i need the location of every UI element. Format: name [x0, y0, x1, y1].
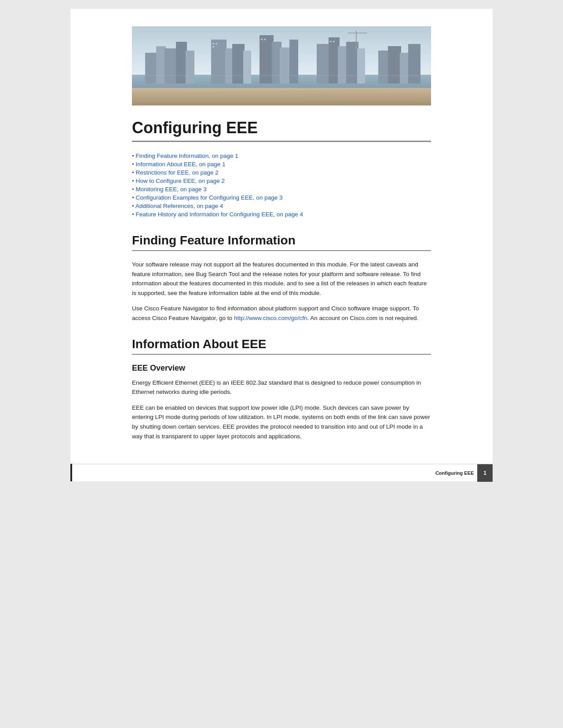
finding-feature-text-after-link: . An account on Cisco.com is not require… — [307, 315, 418, 321]
section-finding-feature: Finding Feature Information Your softwar… — [132, 233, 431, 323]
toc-item: Finding Feature Information, on page 1 — [132, 153, 431, 159]
svg-rect-6 — [176, 42, 187, 84]
svg-rect-29 — [264, 39, 266, 40]
svg-rect-28 — [261, 39, 263, 40]
svg-rect-16 — [317, 44, 330, 84]
toc-item: Additional References, on page 4 — [132, 203, 431, 209]
svg-rect-21 — [378, 51, 389, 84]
toc-item: Monitoring EEE, on page 3 — [132, 186, 431, 193]
toc-link-additional-refs[interactable]: Additional References, on page 4 — [135, 203, 223, 209]
section-heading-info-about-eee: Information About EEE — [132, 337, 431, 351]
section-heading-finding-feature: Finding Feature Information — [132, 233, 431, 248]
finding-feature-paragraph-2: Use Cisco Feature Navigator to find info… — [132, 304, 431, 323]
eee-overview-paragraph-2: EEE can be enabled on devices that suppo… — [132, 403, 431, 441]
footer-left-accent — [70, 464, 72, 481]
svg-rect-20 — [357, 48, 365, 84]
svg-rect-24 — [408, 44, 420, 84]
toc-list: Finding Feature Information, on page 1 I… — [132, 153, 431, 218]
svg-rect-10 — [232, 44, 245, 84]
footer-label: Configuring EEE — [435, 470, 474, 476]
svg-rect-3 — [145, 53, 157, 84]
svg-rect-4 — [156, 46, 166, 84]
toc-item: Feature History and Information for Conf… — [132, 211, 431, 218]
page-main-content: Configuring EEE Finding Feature Informat… — [70, 119, 493, 441]
finding-feature-paragraph-1: Your software release may not support al… — [132, 260, 431, 298]
cisco-feature-navigator-link[interactable]: http://www.cisco.com/go/cfn — [234, 315, 307, 321]
svg-rect-22 — [388, 46, 401, 84]
footer-page-number: 1 — [477, 464, 493, 482]
section-divider-2 — [132, 354, 431, 355]
section-information-about-eee: Information About EEE EEE Overview Energ… — [132, 337, 431, 441]
svg-rect-26 — [216, 43, 217, 44]
toc-link-restrictions[interactable]: Restrictions for EEE, on page 2 — [135, 169, 218, 176]
svg-rect-23 — [400, 53, 409, 84]
toc-link-monitoring[interactable]: Monitoring EEE, on page 3 — [135, 186, 206, 193]
svg-rect-31 — [333, 41, 335, 42]
svg-rect-5 — [165, 48, 178, 84]
svg-rect-25 — [212, 43, 214, 44]
section-divider — [132, 250, 431, 251]
table-of-contents: Finding Feature Information, on page 1 I… — [132, 153, 431, 218]
svg-rect-7 — [186, 51, 194, 84]
svg-rect-15 — [289, 40, 298, 84]
page-title: Configuring EEE — [132, 119, 431, 137]
subsection-heading-eee-overview: EEE Overview — [132, 364, 431, 373]
toc-link-feature-history[interactable]: Feature History and Information for Conf… — [135, 211, 303, 218]
toc-link-how-to[interactable]: How to Configure EEE, on page 2 — [135, 178, 225, 184]
eee-overview-paragraph-1: Energy Efficient Ethernet (EEE) is an IE… — [132, 378, 431, 397]
svg-rect-12 — [260, 35, 274, 84]
toc-item: How to Configure EEE, on page 2 — [132, 178, 431, 184]
svg-rect-11 — [243, 51, 251, 84]
toc-item: Configuration Examples for Configuring E… — [132, 194, 431, 201]
svg-rect-18 — [338, 46, 347, 84]
svg-rect-27 — [212, 46, 214, 47]
document-page: Configuring EEE Finding Feature Informat… — [70, 9, 493, 481]
hero-image — [132, 26, 431, 106]
toc-link-finding-feature[interactable]: Finding Feature Information, on page 1 — [135, 153, 238, 159]
title-divider — [132, 141, 431, 142]
toc-link-config-examples[interactable]: Configuration Examples for Configuring E… — [135, 194, 282, 201]
toc-link-info-about[interactable]: Information About EEE, on page 1 — [135, 161, 225, 167]
page-footer: Configuring EEE 1 — [70, 464, 493, 481]
toc-item: Information About EEE, on page 1 — [132, 161, 431, 167]
toc-item: Restrictions for EEE, on page 2 — [132, 169, 431, 176]
svg-rect-30 — [330, 41, 332, 42]
